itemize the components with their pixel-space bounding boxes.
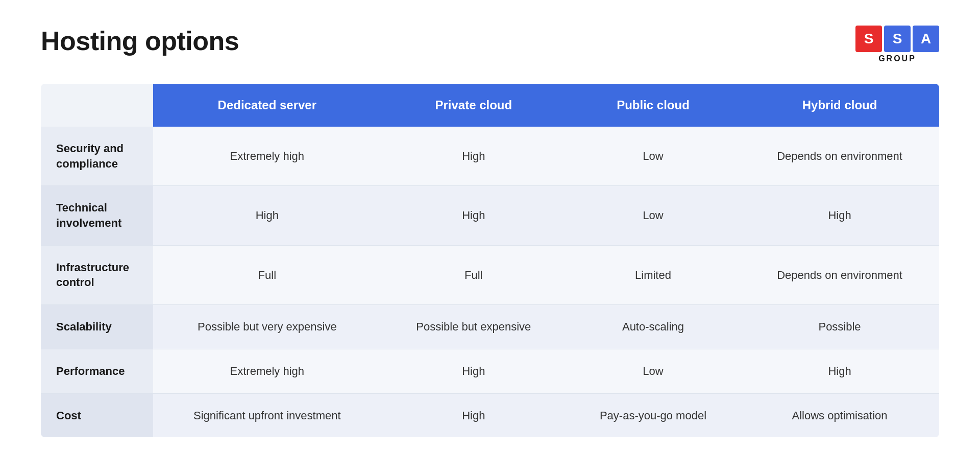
logo-boxes: S S A bbox=[855, 26, 939, 52]
cell-public: Auto-scaling bbox=[566, 305, 740, 349]
row-label: Performance bbox=[41, 349, 153, 393]
logo-a: A bbox=[913, 26, 939, 52]
cell-public: Low bbox=[566, 349, 740, 393]
cell-hybrid: Depends on environment bbox=[740, 127, 939, 186]
table-row: ScalabilityPossible but very expensivePo… bbox=[41, 305, 939, 349]
cell-hybrid: Possible bbox=[740, 305, 939, 349]
cell-hybrid: Allows optimisation bbox=[740, 393, 939, 437]
table-container: Dedicated server Private cloud Public cl… bbox=[41, 84, 939, 437]
cell-dedicated: Full bbox=[153, 245, 381, 304]
cell-hybrid: High bbox=[740, 349, 939, 393]
row-label: Cost bbox=[41, 393, 153, 437]
cell-dedicated: Possible but very expensive bbox=[153, 305, 381, 349]
cell-private: High bbox=[381, 127, 566, 186]
table-body: Security and complianceExtremely highHig… bbox=[41, 127, 939, 437]
cell-private: High bbox=[381, 393, 566, 437]
table-header-dedicated: Dedicated server bbox=[153, 84, 381, 127]
row-label: Scalability bbox=[41, 305, 153, 349]
table-row: CostSignificant upfront investmentHighPa… bbox=[41, 393, 939, 437]
logo-s1: S bbox=[855, 26, 882, 52]
table-header-row: Dedicated server Private cloud Public cl… bbox=[41, 84, 939, 127]
cell-public: Low bbox=[566, 127, 740, 186]
cell-dedicated: High bbox=[153, 186, 381, 245]
logo-group-text: GROUP bbox=[878, 54, 916, 63]
cell-dedicated: Extremely high bbox=[153, 127, 381, 186]
cell-hybrid: High bbox=[740, 186, 939, 245]
table-row: Security and complianceExtremely highHig… bbox=[41, 127, 939, 186]
row-label: Security and compliance bbox=[41, 127, 153, 186]
cell-public: Pay-as-you-go model bbox=[566, 393, 740, 437]
table-header-public: Public cloud bbox=[566, 84, 740, 127]
logo-s2: S bbox=[884, 26, 911, 52]
cell-private: High bbox=[381, 349, 566, 393]
header: Hosting options S S A GROUP bbox=[41, 26, 939, 63]
table-header-private: Private cloud bbox=[381, 84, 566, 127]
table-row: PerformanceExtremely highHighLowHigh bbox=[41, 349, 939, 393]
cell-private: Full bbox=[381, 245, 566, 304]
cell-hybrid: Depends on environment bbox=[740, 245, 939, 304]
logo-container: S S A GROUP bbox=[855, 26, 939, 63]
comparison-table: Dedicated server Private cloud Public cl… bbox=[41, 84, 939, 437]
table-header-hybrid: Hybrid cloud bbox=[740, 84, 939, 127]
table-row: Technical involvementHighHighLowHigh bbox=[41, 186, 939, 245]
table-header-empty bbox=[41, 84, 153, 127]
cell-dedicated: Significant upfront investment bbox=[153, 393, 381, 437]
cell-private: Possible but expensive bbox=[381, 305, 566, 349]
row-label: Infrastructure control bbox=[41, 245, 153, 304]
page-container: Hosting options S S A GROUP Dedicated se… bbox=[0, 0, 980, 451]
cell-private: High bbox=[381, 186, 566, 245]
page-title: Hosting options bbox=[41, 26, 239, 56]
cell-dedicated: Extremely high bbox=[153, 349, 381, 393]
table-row: Infrastructure controlFullFullLimitedDep… bbox=[41, 245, 939, 304]
row-label: Technical involvement bbox=[41, 186, 153, 245]
cell-public: Limited bbox=[566, 245, 740, 304]
cell-public: Low bbox=[566, 186, 740, 245]
